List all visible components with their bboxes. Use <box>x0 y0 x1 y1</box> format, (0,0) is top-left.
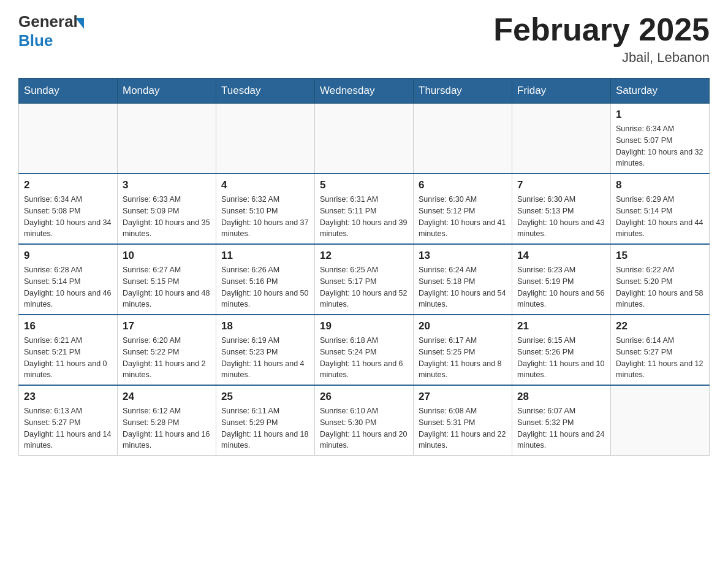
day-info: Sunrise: 6:19 AMSunset: 5:23 PMDaylight:… <box>221 335 309 381</box>
day-info: Sunrise: 6:31 AMSunset: 5:11 PMDaylight:… <box>320 194 408 240</box>
day-info: Sunrise: 6:32 AMSunset: 5:10 PMDaylight:… <box>221 194 309 240</box>
logo: General Blue <box>18 12 84 50</box>
calendar-day-cell: 12Sunrise: 6:25 AMSunset: 5:17 PMDayligh… <box>315 244 414 315</box>
day-of-week-header: Saturday <box>611 79 710 104</box>
day-number: 25 <box>221 391 309 403</box>
day-info: Sunrise: 6:25 AMSunset: 5:17 PMDaylight:… <box>320 264 408 310</box>
day-info: Sunrise: 6:18 AMSunset: 5:24 PMDaylight:… <box>320 335 408 381</box>
calendar-day-cell: 7Sunrise: 6:30 AMSunset: 5:13 PMDaylight… <box>512 174 611 244</box>
day-info: Sunrise: 6:24 AMSunset: 5:18 PMDaylight:… <box>419 264 507 310</box>
day-info: Sunrise: 6:22 AMSunset: 5:20 PMDaylight:… <box>616 264 704 310</box>
day-info: Sunrise: 6:21 AMSunset: 5:21 PMDaylight:… <box>24 335 112 381</box>
day-info: Sunrise: 6:30 AMSunset: 5:13 PMDaylight:… <box>517 194 605 240</box>
day-number: 20 <box>419 320 507 332</box>
calendar-week-row: 23Sunrise: 6:13 AMSunset: 5:27 PMDayligh… <box>19 385 710 456</box>
calendar-day-cell: 21Sunrise: 6:15 AMSunset: 5:26 PMDayligh… <box>512 315 611 385</box>
day-number: 18 <box>221 320 309 332</box>
day-info: Sunrise: 6:08 AMSunset: 5:31 PMDaylight:… <box>419 405 507 451</box>
day-of-week-header: Sunday <box>19 79 118 104</box>
day-info: Sunrise: 6:26 AMSunset: 5:16 PMDaylight:… <box>221 264 309 310</box>
day-number: 11 <box>221 250 309 262</box>
logo-general-text: General <box>18 12 78 31</box>
location-title: Jbail, Lebanon <box>493 50 710 66</box>
calendar-day-cell: 9Sunrise: 6:28 AMSunset: 5:14 PMDaylight… <box>19 244 118 315</box>
day-of-week-header: Wednesday <box>315 79 414 104</box>
calendar-header-row: SundayMondayTuesdayWednesdayThursdayFrid… <box>19 79 710 104</box>
calendar-day-cell: 14Sunrise: 6:23 AMSunset: 5:19 PMDayligh… <box>512 244 611 315</box>
calendar-day-cell <box>414 104 512 174</box>
calendar-day-cell: 24Sunrise: 6:12 AMSunset: 5:28 PMDayligh… <box>118 385 216 456</box>
day-number: 21 <box>517 320 605 332</box>
day-number: 28 <box>517 391 605 403</box>
page-header: General Blue February 2025 Jbail, Lebano… <box>18 12 710 66</box>
calendar-day-cell: 27Sunrise: 6:08 AMSunset: 5:31 PMDayligh… <box>414 385 512 456</box>
day-info: Sunrise: 6:07 AMSunset: 5:32 PMDaylight:… <box>517 405 605 451</box>
day-number: 26 <box>320 391 408 403</box>
calendar-day-cell: 5Sunrise: 6:31 AMSunset: 5:11 PMDaylight… <box>315 174 414 244</box>
day-info: Sunrise: 6:12 AMSunset: 5:28 PMDaylight:… <box>123 405 211 451</box>
calendar-week-row: 1Sunrise: 6:34 AMSunset: 5:07 PMDaylight… <box>19 104 710 174</box>
calendar-day-cell: 26Sunrise: 6:10 AMSunset: 5:30 PMDayligh… <box>315 385 414 456</box>
day-number: 16 <box>24 320 112 332</box>
day-number: 22 <box>616 320 704 332</box>
day-number: 23 <box>24 391 112 403</box>
day-info: Sunrise: 6:10 AMSunset: 5:30 PMDaylight:… <box>320 405 408 451</box>
calendar-day-cell: 1Sunrise: 6:34 AMSunset: 5:07 PMDaylight… <box>611 104 710 174</box>
day-of-week-header: Tuesday <box>216 79 315 104</box>
calendar-day-cell: 13Sunrise: 6:24 AMSunset: 5:18 PMDayligh… <box>414 244 512 315</box>
calendar-day-cell <box>315 104 414 174</box>
calendar-week-row: 2Sunrise: 6:34 AMSunset: 5:08 PMDaylight… <box>19 174 710 244</box>
calendar-week-row: 16Sunrise: 6:21 AMSunset: 5:21 PMDayligh… <box>19 315 710 385</box>
calendar-day-cell: 15Sunrise: 6:22 AMSunset: 5:20 PMDayligh… <box>611 244 710 315</box>
calendar-day-cell: 19Sunrise: 6:18 AMSunset: 5:24 PMDayligh… <box>315 315 414 385</box>
calendar-day-cell: 11Sunrise: 6:26 AMSunset: 5:16 PMDayligh… <box>216 244 315 315</box>
day-of-week-header: Friday <box>512 79 611 104</box>
day-number: 19 <box>320 320 408 332</box>
calendar-day-cell: 4Sunrise: 6:32 AMSunset: 5:10 PMDaylight… <box>216 174 315 244</box>
day-number: 1 <box>616 109 704 121</box>
calendar-day-cell <box>118 104 216 174</box>
day-number: 15 <box>616 250 704 262</box>
day-number: 2 <box>24 179 112 191</box>
day-info: Sunrise: 6:11 AMSunset: 5:29 PMDaylight:… <box>221 405 309 451</box>
day-number: 10 <box>123 250 211 262</box>
calendar-week-row: 9Sunrise: 6:28 AMSunset: 5:14 PMDaylight… <box>19 244 710 315</box>
day-number: 9 <box>24 250 112 262</box>
calendar-day-cell: 10Sunrise: 6:27 AMSunset: 5:15 PMDayligh… <box>118 244 216 315</box>
calendar-day-cell: 6Sunrise: 6:30 AMSunset: 5:12 PMDaylight… <box>414 174 512 244</box>
day-info: Sunrise: 6:15 AMSunset: 5:26 PMDaylight:… <box>517 335 605 381</box>
day-info: Sunrise: 6:23 AMSunset: 5:19 PMDaylight:… <box>517 264 605 310</box>
day-info: Sunrise: 6:17 AMSunset: 5:25 PMDaylight:… <box>419 335 507 381</box>
day-info: Sunrise: 6:27 AMSunset: 5:15 PMDaylight:… <box>123 264 211 310</box>
calendar-day-cell: 23Sunrise: 6:13 AMSunset: 5:27 PMDayligh… <box>19 385 118 456</box>
calendar-day-cell: 16Sunrise: 6:21 AMSunset: 5:21 PMDayligh… <box>19 315 118 385</box>
calendar-day-cell <box>512 104 611 174</box>
day-number: 8 <box>616 179 704 191</box>
month-title: February 2025 <box>493 12 710 47</box>
calendar-day-cell: 22Sunrise: 6:14 AMSunset: 5:27 PMDayligh… <box>611 315 710 385</box>
calendar-day-cell: 3Sunrise: 6:33 AMSunset: 5:09 PMDaylight… <box>118 174 216 244</box>
day-info: Sunrise: 6:13 AMSunset: 5:27 PMDaylight:… <box>24 405 112 451</box>
day-number: 14 <box>517 250 605 262</box>
day-info: Sunrise: 6:14 AMSunset: 5:27 PMDaylight:… <box>616 335 704 381</box>
day-number: 4 <box>221 179 309 191</box>
day-number: 17 <box>123 320 211 332</box>
logo-blue-text: Blue <box>18 31 53 50</box>
calendar-day-cell: 20Sunrise: 6:17 AMSunset: 5:25 PMDayligh… <box>414 315 512 385</box>
calendar-day-cell <box>216 104 315 174</box>
day-number: 6 <box>419 179 507 191</box>
day-info: Sunrise: 6:28 AMSunset: 5:14 PMDaylight:… <box>24 264 112 310</box>
logo-triangle-icon <box>75 18 84 29</box>
day-number: 12 <box>320 250 408 262</box>
day-of-week-header: Monday <box>118 79 216 104</box>
calendar-day-cell <box>611 385 710 456</box>
title-block: February 2025 Jbail, Lebanon <box>493 12 710 66</box>
calendar-day-cell: 25Sunrise: 6:11 AMSunset: 5:29 PMDayligh… <box>216 385 315 456</box>
calendar-day-cell: 8Sunrise: 6:29 AMSunset: 5:14 PMDaylight… <box>611 174 710 244</box>
calendar-day-cell: 2Sunrise: 6:34 AMSunset: 5:08 PMDaylight… <box>19 174 118 244</box>
day-number: 7 <box>517 179 605 191</box>
calendar-day-cell: 17Sunrise: 6:20 AMSunset: 5:22 PMDayligh… <box>118 315 216 385</box>
day-number: 27 <box>419 391 507 403</box>
day-info: Sunrise: 6:34 AMSunset: 5:08 PMDaylight:… <box>24 194 112 240</box>
day-number: 3 <box>123 179 211 191</box>
